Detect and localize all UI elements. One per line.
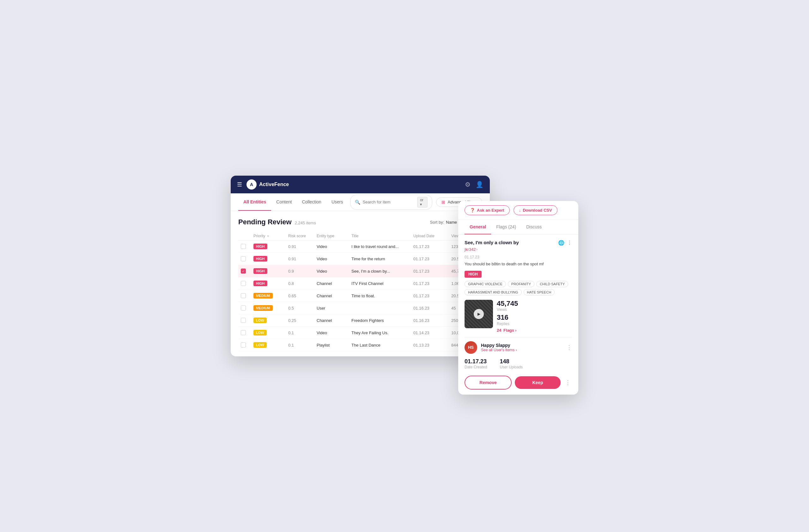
- checkbox[interactable]: [241, 281, 246, 286]
- panel-tab-general[interactable]: General: [465, 220, 491, 234]
- remove-button[interactable]: Remove: [465, 376, 512, 390]
- col-header-priority[interactable]: Priority ▼: [254, 234, 288, 238]
- checkbox[interactable]: [241, 256, 246, 261]
- col-header-check: [241, 234, 254, 238]
- table-row[interactable]: MEDIUM 0.5 User 01.16.23 45: [238, 302, 482, 314]
- row-checkbox[interactable]: [241, 342, 254, 348]
- row-type: Video: [317, 269, 351, 273]
- stat-replies: 316 Replies: [497, 314, 572, 326]
- table-row[interactable]: LOW 0.1 Playlist The Last Dance 01.13.23…: [238, 339, 482, 351]
- search-icon: 🔍: [355, 200, 360, 205]
- checkbox[interactable]: [241, 305, 246, 311]
- more-options-icon[interactable]: ⋮: [567, 240, 572, 246]
- row-risk: 0.91: [288, 256, 317, 261]
- table-row[interactable]: LOW 0.1 Video They Are Failing Us. 01.14…: [238, 327, 482, 339]
- flags-label: Flags: [502, 328, 514, 333]
- ask-expert-icon: ❓: [470, 208, 475, 213]
- item-date: 01.17.23: [465, 255, 572, 259]
- table-row-selected[interactable]: ✓ HIGH 0.9 Video See, I'm a clown by... …: [238, 265, 482, 277]
- table-row[interactable]: HIGH 0.91 Video Time for the return 01.1…: [238, 253, 482, 265]
- ask-expert-button[interactable]: ❓ Ask an Expert: [465, 205, 510, 215]
- hamburger-icon[interactable]: ☰: [237, 181, 242, 188]
- gear-icon[interactable]: ⚙: [465, 181, 470, 188]
- user-row: HS Happy Slappy See all User's Items › ⋮: [465, 341, 572, 354]
- media-stats: ▶ 45,745 Views 316 Replies 24 Flags: [465, 300, 572, 332]
- row-checkbox[interactable]: [241, 244, 254, 249]
- row-risk: 0.1: [288, 343, 317, 348]
- priority-badge-low: LOW: [254, 342, 267, 348]
- page-title: Pending Review: [238, 218, 292, 226]
- tag-child-safety: CHILD SAFETY: [536, 281, 568, 287]
- navbar-right: ⚙ 👤: [465, 181, 483, 188]
- checkbox[interactable]: [241, 318, 246, 323]
- tab-content[interactable]: Content: [271, 193, 297, 211]
- row-checkbox[interactable]: [241, 305, 254, 311]
- row-priority: MEDIUM: [254, 293, 288, 299]
- row-checkbox[interactable]: [241, 293, 254, 298]
- user-icon[interactable]: 👤: [476, 181, 483, 188]
- navbar: ☰ A ActiveFence ⚙ 👤: [231, 176, 490, 193]
- flags-link[interactable]: 24 Flags ›: [497, 328, 572, 333]
- row-type: Video: [317, 256, 351, 261]
- stat-flags: 24 Flags ›: [497, 328, 572, 333]
- row-priority: HIGH: [254, 268, 288, 274]
- table-row[interactable]: MEDIUM 0.65 Channel Time to float. 01.17…: [238, 290, 482, 302]
- tab-collection[interactable]: Collection: [297, 193, 326, 211]
- tab-users[interactable]: Users: [326, 193, 348, 211]
- sort-by-label: Sort by:: [430, 220, 444, 225]
- views-label: Views: [497, 307, 572, 312]
- author-chevron: ›: [476, 248, 477, 251]
- see-all-label: See all User's Items: [481, 348, 515, 352]
- page-title-wrap: Pending Review 2,245 items: [238, 218, 316, 226]
- translate-icon[interactable]: 🌐: [558, 240, 564, 246]
- panel-action-buttons: ❓ Ask an Expert ↓ Download CSV: [458, 201, 578, 220]
- tag-graphic-violence: GRAPHIC VIOLENCE: [465, 281, 506, 287]
- tag-hate-speech: HATE SPEECH: [523, 289, 555, 295]
- panel-tab-discuss[interactable]: Discuss: [521, 220, 547, 234]
- row-priority: HIGH: [254, 281, 288, 286]
- see-all-items-link[interactable]: See all User's Items ›: [481, 348, 517, 352]
- checkbox[interactable]: [241, 244, 246, 249]
- more-actions-icon[interactable]: ⋮: [564, 378, 572, 387]
- table-row[interactable]: LOW 0.25 Channel Freedom Fighters 01.16.…: [238, 314, 482, 327]
- row-date: 01.16.23: [413, 318, 451, 323]
- media-thumbnail[interactable]: ▶: [465, 300, 493, 328]
- tag-harassment: HARASSMENT AND BULLYING: [465, 289, 522, 295]
- severity-badge: HIGH: [465, 271, 482, 278]
- download-csv-button[interactable]: ↓ Download CSV: [514, 205, 557, 215]
- checkbox[interactable]: [241, 342, 246, 348]
- row-title: Freedom Fighters: [351, 318, 413, 323]
- entity-tabs-bar: All Entities Content Collection Users 🔍 …: [231, 193, 490, 211]
- user-avatar: HS: [465, 341, 477, 354]
- row-checkbox[interactable]: [241, 281, 254, 286]
- priority-badge-medium: MEDIUM: [254, 293, 273, 299]
- row-type: Video: [317, 331, 351, 335]
- row-title: The Last Dance: [351, 343, 413, 348]
- see-all-arrow: ›: [516, 348, 517, 352]
- row-priority: LOW: [254, 342, 288, 348]
- row-checkbox[interactable]: [241, 318, 254, 323]
- search-input[interactable]: [363, 200, 415, 205]
- checkbox[interactable]: [241, 293, 246, 298]
- row-type: Channel: [317, 318, 351, 323]
- panel-tab-flags[interactable]: Flags (24): [491, 220, 521, 234]
- item-author[interactable]: jkr342 ›: [465, 247, 572, 252]
- row-title: See, I'm a clown by...: [351, 269, 413, 273]
- row-checkbox[interactable]: [241, 256, 254, 261]
- replies-value: 316: [497, 314, 572, 321]
- row-checkbox[interactable]: ✓: [241, 268, 254, 273]
- divider: [465, 337, 572, 337]
- tab-all-entities[interactable]: All Entities: [238, 193, 271, 211]
- row-checkbox[interactable]: [241, 330, 254, 335]
- user-more-icon[interactable]: ⋮: [566, 344, 572, 351]
- keep-button[interactable]: Keep: [515, 376, 561, 389]
- play-button[interactable]: ▶: [474, 309, 484, 319]
- table-row[interactable]: HIGH 0.8 Channel ITV First Channel 01.17…: [238, 277, 482, 290]
- table-row[interactable]: HIGH 0.91 Video I like to travel round a…: [238, 241, 482, 253]
- row-risk: 0.1: [288, 331, 317, 335]
- checkbox[interactable]: [241, 330, 246, 335]
- sort-by-control[interactable]: Sort by: Name: [430, 220, 457, 225]
- checkbox-checked[interactable]: ✓: [241, 268, 246, 273]
- or-dropdown[interactable]: or ▾: [417, 197, 427, 208]
- row-date: 01.14.23: [413, 331, 451, 335]
